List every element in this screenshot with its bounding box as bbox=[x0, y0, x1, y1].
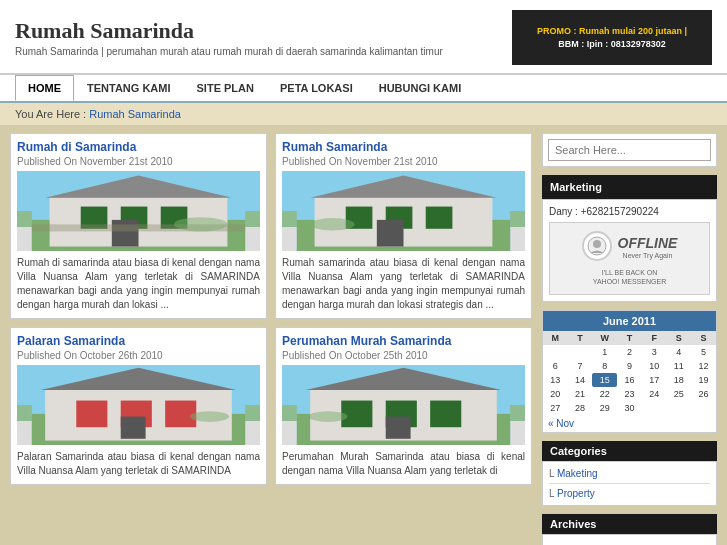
post-excerpt-4: Perumahan Murah Samarinda atau biasa di … bbox=[282, 450, 525, 478]
cal-day-f: F bbox=[642, 331, 667, 345]
cal-prev[interactable]: « Nov bbox=[548, 418, 574, 429]
post-date-4: Published On October 25th 2010 bbox=[282, 350, 525, 361]
post-card-4: Perumahan Murah Samarinda Published On O… bbox=[275, 327, 532, 485]
post-excerpt-2: Rumah samarinda atau biasa di kenal deng… bbox=[282, 256, 525, 312]
nav-tentang[interactable]: TENTANG KAMI bbox=[74, 75, 184, 101]
archives-widget: Archives bbox=[542, 514, 717, 545]
post-date-1: Published On November 21st 2010 bbox=[17, 156, 260, 167]
offline-sub3: YAHOO! MESSENGER bbox=[554, 277, 705, 286]
post-title-1[interactable]: Rumah di Samarinda bbox=[17, 140, 260, 154]
offline-sub1: Never Try Again bbox=[618, 251, 678, 260]
svg-rect-35 bbox=[386, 417, 411, 439]
categories-title: Categories bbox=[542, 441, 717, 461]
cal-day-t2: T bbox=[617, 331, 642, 345]
svg-point-27 bbox=[190, 411, 229, 422]
archives-title: Archives bbox=[542, 514, 717, 534]
post-excerpt-1: Rumah di samarinda atau biasa di kenal d… bbox=[17, 256, 260, 312]
offline-icon bbox=[582, 231, 612, 261]
cal-day-t1: T bbox=[568, 331, 593, 345]
svg-rect-25 bbox=[165, 401, 196, 428]
categories-list: Maketing Property bbox=[542, 461, 717, 506]
marketing-phone: Dany : +6282157290224 bbox=[549, 206, 710, 217]
offline-sub2: I'LL BE BACK ON bbox=[554, 268, 705, 277]
post-excerpt-3: Palaran Samarinda atau biasa di kenal de… bbox=[17, 450, 260, 478]
category-property[interactable]: Property bbox=[549, 486, 710, 501]
breadcrumb: You Are Here : Rumah Samarinda bbox=[0, 103, 727, 125]
site-subtitle: Rumah Samarinda | perumahan murah atau r… bbox=[15, 46, 443, 57]
post-image-1 bbox=[17, 171, 260, 251]
svg-rect-32 bbox=[341, 401, 372, 428]
cal-day-w: W bbox=[592, 331, 617, 345]
post-image-2 bbox=[282, 171, 525, 251]
post-title-4[interactable]: Perumahan Murah Samarinda bbox=[282, 334, 525, 348]
category-maketing[interactable]: Maketing bbox=[549, 466, 710, 481]
post-image-3 bbox=[17, 365, 260, 445]
post-title-3[interactable]: Palaran Samarinda bbox=[17, 334, 260, 348]
svg-point-36 bbox=[308, 411, 347, 422]
cal-day-s1: S bbox=[667, 331, 692, 345]
post-card-2: Rumah Samarinda Published On November 21… bbox=[275, 133, 532, 319]
svg-rect-23 bbox=[76, 401, 107, 428]
offline-badge: OFFLINE Never Try Again I'LL BE BACK ON … bbox=[549, 222, 710, 295]
post-date-3: Published On October 26th 2010 bbox=[17, 350, 260, 361]
search-input[interactable] bbox=[548, 139, 711, 161]
marketing-widget: Marketing Dany : +6282157290224 bbox=[542, 175, 717, 302]
categories-widget: Categories Maketing Property bbox=[542, 441, 717, 506]
post-card-3: Palaran Samarinda Published On October 2… bbox=[10, 327, 267, 485]
archives-list bbox=[542, 534, 717, 545]
cal-day-m: M bbox=[543, 331, 568, 345]
svg-point-38 bbox=[593, 240, 601, 248]
nav-bar: HOME TENTANG KAMI SITE PLAN PETA LOKASI … bbox=[0, 74, 727, 103]
search-widget bbox=[542, 133, 717, 167]
svg-point-18 bbox=[310, 218, 354, 230]
marketing-title: Marketing bbox=[542, 175, 717, 199]
nav-peta[interactable]: PETA LOKASI bbox=[267, 75, 366, 101]
calendar-header: June 2011 bbox=[543, 311, 716, 331]
breadcrumb-link[interactable]: Rumah Samarinda bbox=[89, 108, 181, 120]
svg-rect-17 bbox=[377, 220, 404, 247]
offline-text: OFFLINE bbox=[618, 235, 678, 251]
svg-rect-26 bbox=[121, 417, 146, 439]
site-title: Rumah Samarinda bbox=[15, 18, 443, 44]
nav-siteplan[interactable]: SITE PLAN bbox=[184, 75, 267, 101]
post-date-2: Published On November 21st 2010 bbox=[282, 156, 525, 167]
calendar-table: M T W T F S S 12 34 bbox=[543, 331, 716, 415]
svg-point-9 bbox=[174, 217, 227, 231]
post-image-4 bbox=[282, 365, 525, 445]
svg-rect-34 bbox=[430, 401, 461, 428]
svg-rect-16 bbox=[426, 207, 453, 229]
cal-day-s2: S bbox=[691, 331, 716, 345]
calendar-widget: June 2011 M T W T F S S bbox=[542, 310, 717, 433]
nav-home[interactable]: HOME bbox=[15, 75, 74, 101]
promo-banner: PROMO : Rumah mulai 200 jutaan | BBM : I… bbox=[537, 25, 687, 50]
svg-rect-7 bbox=[112, 220, 139, 247]
post-card-1: Rumah di Samarinda Published On November… bbox=[10, 133, 267, 319]
nav-hubungi[interactable]: HUBUNGI KAMI bbox=[366, 75, 475, 101]
post-title-2[interactable]: Rumah Samarinda bbox=[282, 140, 525, 154]
